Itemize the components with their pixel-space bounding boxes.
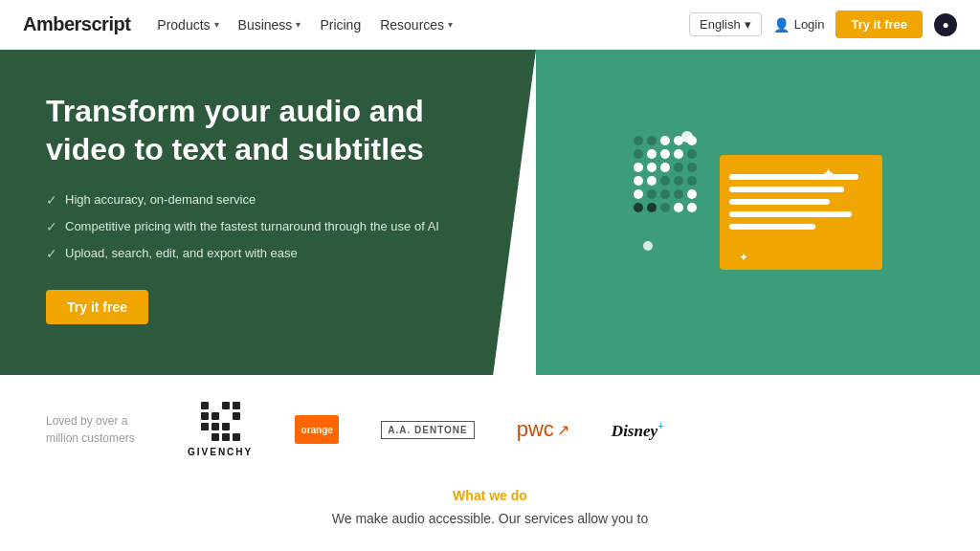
givenchy-icon bbox=[201, 402, 240, 441]
what-we-do-label: What we do bbox=[46, 488, 934, 503]
check-icon: ✓ bbox=[46, 246, 57, 261]
text-lines bbox=[720, 165, 882, 239]
logos-row: GIVENCHY orange A.A. DENTONE pwc ↗ Disne… bbox=[188, 402, 934, 457]
decorative-dot bbox=[681, 131, 693, 143]
hero-right-panel: ✦ ✦ bbox=[536, 50, 980, 375]
hero-cta-button[interactable]: Try it free bbox=[46, 290, 148, 324]
logos-section: Loved by over a million customers GIVENC… bbox=[0, 375, 980, 473]
hero-section: Transform your audio and video to text a… bbox=[0, 50, 980, 375]
chevron-down-icon: ▾ bbox=[448, 19, 453, 30]
feature-text: High accuracy, on-demand service bbox=[65, 191, 256, 209]
navbar-left: Amberscript Products ▾ Business ▾ Pricin… bbox=[23, 13, 453, 35]
pwc-logo: pwc ↗ bbox=[517, 417, 569, 442]
login-button[interactable]: 👤 Login bbox=[773, 17, 825, 33]
nav-products[interactable]: Products ▾ bbox=[157, 17, 218, 33]
check-icon: ✓ bbox=[46, 219, 57, 234]
navbar-right: English ▾ 👤 Login Try it free ● bbox=[689, 11, 957, 38]
feature-item: ✓ Upload, search, edit, and export with … bbox=[46, 245, 490, 262]
feature-item: ✓ Competitive pricing with the fastest t… bbox=[46, 218, 490, 235]
nav-links: Products ▾ Business ▾ Pricing Resources … bbox=[157, 17, 453, 33]
feature-text: Upload, search, edit, and export with ea… bbox=[65, 245, 298, 262]
user-icon: 👤 bbox=[773, 17, 790, 33]
navbar: Amberscript Products ▾ Business ▾ Pricin… bbox=[0, 0, 980, 50]
givenchy-logo: GIVENCHY bbox=[188, 402, 253, 457]
disney-logo: Disney+ bbox=[612, 419, 664, 441]
nav-resources[interactable]: Resources ▾ bbox=[380, 17, 453, 33]
what-we-do-description: We make audio accessible. Our services a… bbox=[46, 511, 934, 526]
check-icon: ✓ bbox=[46, 192, 57, 208]
hero-features: ✓ High accuracy, on-demand service ✓ Com… bbox=[46, 191, 490, 263]
chevron-down-icon: ▾ bbox=[214, 19, 219, 30]
hero-illustration: ✦ ✦ bbox=[624, 117, 892, 308]
language-button[interactable]: English ▾ bbox=[689, 12, 762, 36]
orange-box: orange bbox=[295, 415, 339, 444]
wave-dots bbox=[634, 136, 697, 216]
feature-item: ✓ High accuracy, on-demand service bbox=[46, 191, 490, 209]
logos-label: Loved by over a million customers bbox=[46, 412, 142, 447]
nav-pricing[interactable]: Pricing bbox=[320, 17, 361, 33]
decorative-dot bbox=[643, 241, 653, 251]
hero-title: Transform your audio and video to text a… bbox=[46, 92, 448, 168]
orange-logo: orange bbox=[295, 415, 339, 444]
dark-mode-toggle[interactable]: ● bbox=[934, 13, 957, 36]
pwc-icon: ↗ bbox=[557, 421, 569, 439]
hero-left-panel: Transform your audio and video to text a… bbox=[0, 50, 536, 375]
moon-icon: ● bbox=[942, 18, 948, 32]
chevron-down-icon: ▾ bbox=[296, 19, 301, 30]
sparkle-icon: ✦ bbox=[822, 165, 835, 183]
sparkle-icon: ✦ bbox=[739, 251, 748, 264]
nav-business[interactable]: Business ▾ bbox=[238, 17, 301, 33]
logo: Amberscript bbox=[23, 13, 130, 35]
dentone-logo: A.A. DENTONE bbox=[381, 421, 475, 439]
chevron-down-icon: ▾ bbox=[745, 17, 751, 32]
what-we-do-section: What we do We make audio accessible. Our… bbox=[0, 473, 980, 538]
feature-text: Competitive pricing with the fastest tur… bbox=[65, 218, 439, 235]
try-free-button[interactable]: Try it free bbox=[835, 11, 923, 38]
